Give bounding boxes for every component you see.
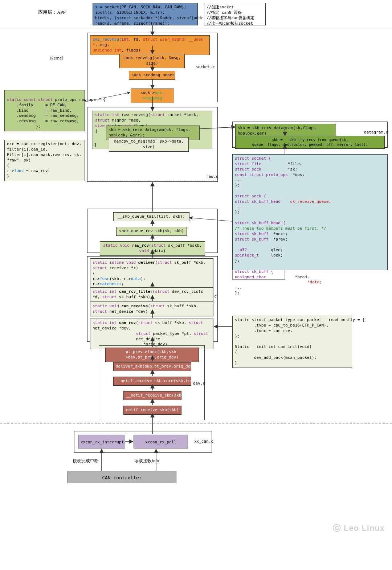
t: *data) — [149, 249, 166, 253]
t: int — [121, 37, 128, 42]
t: data — [131, 276, 141, 281]
t: struct sock *sk; — [235, 167, 385, 172]
t: sk_buff *oskb, — [166, 243, 201, 248]
t: r->matches++; — [93, 282, 211, 287]
app-layer-label: 应用层：APP — [38, 9, 66, 16]
t: unsigned char — [235, 275, 266, 279]
t: can_rcv — [119, 320, 136, 325]
t: *sk; — [288, 167, 298, 172]
read-rx-fifo-label: 读取接收fofo — [134, 458, 159, 464]
t: ( — [148, 304, 150, 308]
sock-ops-box: sock->ops->recvmsg — [131, 89, 174, 103]
t: struct — [150, 112, 165, 117]
t: }; — [235, 183, 385, 188]
packet-type-box: static struct packet_type can_packet __r… — [232, 316, 352, 368]
t: ( — [155, 260, 158, 265]
t: void — [139, 249, 149, 253]
t: struct — [93, 266, 107, 270]
hdr: static int raw_recvmsg(struct socket *so… — [95, 112, 210, 123]
t: unsigned char *head, — [235, 275, 385, 280]
can-rx-register-box: err = can_rx_register(net, dev, filter[i… — [4, 140, 85, 181]
t: struct sk_buff *next; — [235, 231, 385, 237]
t: ( — [149, 243, 151, 248]
t: }; — [235, 291, 385, 296]
t: } — [94, 143, 97, 148]
t: sk_buff *skb, — [165, 304, 199, 308]
t: spinlock_t — [235, 253, 259, 258]
t: Filter[i].can_mask,raw_rcv, sk, "raw", s… — [7, 152, 82, 163]
t: struct — [151, 243, 166, 248]
t: static int — [95, 112, 122, 117]
t: struct sk_buff_head sk_receive_queue; — [235, 199, 385, 205]
t: packet_type *pt, — [151, 331, 194, 336]
t: can_receive — [121, 304, 148, 308]
t: struct — [102, 295, 117, 299]
t: = raw_rcv; — [24, 168, 50, 173]
sys-recvmsg-box: sys_recvmsg(int, fd, struct user_msghdr … — [90, 35, 210, 55]
t: , fd, — [128, 37, 143, 42]
can-controller-box: CAN controller — [68, 471, 176, 483]
t: ( — [136, 320, 138, 325]
t: sk_buff *skb) — [117, 295, 150, 299]
t: sk_buff *skb, — [153, 320, 189, 325]
t: receiver *r) — [107, 266, 138, 270]
t: lock; — [271, 253, 283, 258]
rx-done-irq-label: 接收完成中断 — [73, 458, 99, 464]
memcpy-to-msg-box: memcpy_to_msg(msg, skb->data, size) — [109, 137, 189, 152]
t: }; — [235, 210, 385, 215]
divider-kernel-driver-dash — [0, 423, 392, 423]
t: struct file *file; — [235, 161, 385, 167]
t: sock-> — [140, 90, 155, 95]
t: sys_recvmsg — [93, 37, 119, 42]
t: struct — [93, 309, 107, 314]
netif-recv2-box: netif_receive_skb(skb) — [123, 406, 181, 415]
label-xx-can-c: xx_can.c — [194, 439, 213, 444]
t: unsigned int — [93, 48, 121, 53]
t: __u32 qlen; — [235, 247, 385, 253]
t: }; — [235, 258, 385, 264]
t: struct sk_buff — [235, 231, 269, 236]
t: (skb, r-> — [109, 276, 131, 281]
t: struct sk_buff *prev; — [235, 237, 385, 242]
t: deliver — [138, 260, 155, 265]
t: } — [7, 174, 82, 179]
t: r->func = raw_rcv; — [7, 168, 82, 174]
t: socket *sock, — [165, 112, 199, 117]
t: *ops; — [293, 172, 305, 177]
t: raw_rcv — [132, 243, 149, 248]
t: net_device *dev) — [107, 309, 148, 314]
t: struct — [95, 118, 110, 123]
t: r->func(skb, r->data); — [93, 276, 211, 282]
t: struct sock — [235, 167, 261, 172]
t: struct file — [235, 161, 261, 166]
t: r-> — [93, 282, 100, 286]
t: func — [14, 168, 24, 173]
t: spinlock_t lock; — [235, 253, 385, 258]
can-rcv-box: static int can_rcv(struct sk_buff *skb, … — [90, 319, 213, 349]
t: *prev; — [273, 237, 288, 242]
t: struct — [136, 331, 151, 336]
t: { — [7, 163, 82, 168]
netif-core-box: __netif_receive_skb_core(skb,true) — [113, 377, 191, 386]
t: struct — [158, 260, 172, 265]
structs-box: struct socket { struct file *file; struc… — [232, 154, 388, 270]
t: r-> — [7, 168, 14, 173]
xxcan-poll-box: xxcan_rx_poll — [134, 435, 188, 448]
t: net_device — [136, 337, 160, 341]
label-socket-c: socket.c — [196, 65, 215, 69]
t: raw_recvmsg — [122, 112, 148, 117]
sock-recvmsg-box: sock_recvmsg(sock, &msg, size) — [119, 54, 185, 68]
t: struct sock { — [235, 194, 385, 199]
t: , flags) — [121, 48, 140, 53]
t: ; — [121, 282, 124, 286]
t: *next; — [273, 231, 288, 236]
t: struct sk_buff — [235, 237, 269, 242]
t: static int — [93, 320, 119, 325]
raw-c-dash — [87, 180, 218, 180]
t: , msg, — [95, 42, 110, 47]
t: static inline void deliver(struct sk_buf… — [93, 260, 211, 271]
t: net_device *dev, — [93, 326, 131, 331]
t: struct — [138, 320, 153, 325]
t: struct sk_buff_head { — [235, 221, 385, 226]
t: sk_receive_queue; — [290, 199, 331, 204]
